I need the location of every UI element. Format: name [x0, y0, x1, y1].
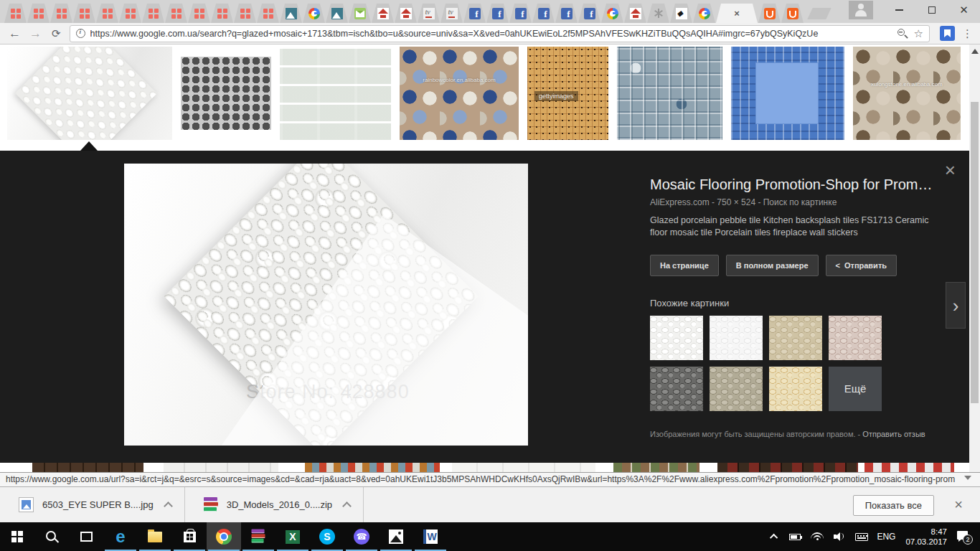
- scrollbar-thumb[interactable]: [971, 102, 979, 403]
- tab-red-site-8[interactable]: [165, 4, 187, 23]
- preview-main-image[interactable]: Store No: 428880: [124, 164, 528, 446]
- page-scrollbar[interactable]: [969, 44, 980, 472]
- taskbar-winrar[interactable]: [241, 522, 275, 551]
- tab-red-site-11[interactable]: [234, 4, 256, 23]
- related-image-pink-stones[interactable]: [829, 316, 882, 360]
- tab-red-site-12[interactable]: [257, 4, 279, 23]
- partial-thumbnail[interactable]: [717, 463, 858, 472]
- chevron-up-icon[interactable]: [164, 501, 173, 511]
- close-window-button[interactable]: ✕: [948, 0, 980, 20]
- result-thumbnail-tan-mosaic[interactable]: gettyimages: [527, 47, 608, 140]
- clock[interactable]: 8:47 07.03.2017: [905, 527, 947, 547]
- partial-thumbnail[interactable]: [32, 463, 143, 472]
- visit-page-button[interactable]: На странице: [650, 255, 719, 276]
- related-image-dark-stones[interactable]: [650, 367, 703, 411]
- url-text[interactable]: https://www.google.com.ua/search?q=glaze…: [90, 29, 897, 39]
- tab-google-3[interactable]: [693, 4, 715, 23]
- show-all-downloads-button[interactable]: Показать все: [853, 495, 934, 516]
- taskbar-viber[interactable]: ☎: [344, 522, 379, 551]
- taskbar-file-explorer[interactable]: [138, 522, 172, 551]
- maximize-button[interactable]: [915, 0, 948, 20]
- related-image-white-pebble[interactable]: [650, 316, 703, 360]
- tab-red-site-9[interactable]: [188, 4, 210, 23]
- tab-tv-site-1[interactable]: [418, 4, 440, 23]
- partial-thumbnail[interactable]: [164, 463, 278, 472]
- tab-aliexpress-2[interactable]: [781, 4, 804, 23]
- result-thumbnail-white-pebble-selected[interactable]: [7, 47, 172, 140]
- tab-red-site-1[interactable]: [4, 4, 27, 23]
- volume-icon[interactable]: [834, 532, 845, 541]
- bookmark-star-icon[interactable]: ☆: [914, 27, 923, 40]
- partial-thumbnail[interactable]: [452, 463, 595, 472]
- result-thumbnail-penny-round[interactable]: [181, 47, 271, 140]
- related-image-cream-pebble[interactable]: [769, 367, 822, 411]
- download-item-jpg[interactable]: 6503_EYE SUPER B....jpg: [0, 487, 184, 522]
- tab-aliexpress-1[interactable]: [758, 4, 781, 23]
- taskbar-search-button[interactable]: [34, 522, 69, 551]
- tab-google-2[interactable]: [601, 4, 623, 23]
- tab-red-site-6[interactable]: [119, 4, 141, 23]
- send-feedback-link[interactable]: Отправить отзыв: [862, 430, 925, 438]
- download-item-zip[interactable]: 3D_Models_2016_0....zip: [185, 487, 363, 522]
- related-image-gray-pebble[interactable]: [710, 367, 763, 411]
- download-filename[interactable]: 6503_EYE SUPER B....jpg: [42, 499, 154, 510]
- start-button[interactable]: [0, 522, 34, 551]
- wifi-icon[interactable]: [811, 532, 824, 541]
- taskbar-store[interactable]: [172, 522, 207, 551]
- tab-red-site-7[interactable]: [142, 4, 164, 23]
- tray-expand-chevron-icon[interactable]: [770, 534, 778, 542]
- keyboard-icon[interactable]: [855, 533, 868, 541]
- tab-google-1[interactable]: [303, 4, 325, 23]
- task-view-button[interactable]: [69, 522, 103, 551]
- tab-mail-site[interactable]: [349, 4, 371, 23]
- scroll-up-icon[interactable]: [971, 49, 979, 54]
- tab-facebook-2[interactable]: [486, 4, 509, 23]
- tab-red-site-5[interactable]: [96, 4, 118, 23]
- tab-house-site-3[interactable]: [624, 4, 646, 23]
- download-filename[interactable]: 3D_Models_2016_0....zip: [227, 499, 332, 510]
- address-bar[interactable]: https://www.google.com.ua/search?q=glaze…: [70, 25, 930, 42]
- preview-close-icon[interactable]: ×: [945, 161, 956, 179]
- browser-menu-button[interactable]: ⋮: [962, 27, 973, 40]
- tab-red-site-10[interactable]: [211, 4, 233, 23]
- tab-snowflake-site[interactable]: [647, 4, 669, 23]
- related-image-beige-pebble[interactable]: [769, 316, 822, 360]
- tab-facebook-4[interactable]: [532, 4, 555, 23]
- taskbar-photos[interactable]: [379, 522, 413, 551]
- language-indicator[interactable]: ENG: [877, 532, 895, 542]
- back-button[interactable]: ←: [9, 27, 21, 41]
- tab-house-site-1[interactable]: [372, 4, 394, 23]
- forward-button[interactable]: →: [29, 27, 42, 41]
- taskbar-edge[interactable]: e: [103, 522, 138, 551]
- tab-close-icon[interactable]: ×: [734, 8, 740, 19]
- tab-photo-site-2[interactable]: [326, 4, 348, 23]
- taskbar-excel[interactable]: X: [275, 522, 310, 551]
- result-thumbnail-glass-subway[interactable]: [280, 47, 391, 140]
- tab-facebook-3[interactable]: [509, 4, 532, 23]
- tab-facebook-5[interactable]: [555, 4, 578, 23]
- chevron-up-icon[interactable]: [342, 501, 352, 511]
- download-shelf-close-icon[interactable]: ×: [954, 496, 963, 513]
- partial-thumbnail[interactable]: [305, 463, 440, 472]
- minimize-button[interactable]: [883, 0, 915, 20]
- battery-icon[interactable]: [789, 534, 801, 540]
- tab-red-site-3[interactable]: [50, 4, 72, 23]
- new-tab-button[interactable]: [807, 8, 831, 19]
- tab-active-google-images[interactable]: ×: [716, 4, 758, 23]
- result-thumbnail-blue-gray-squares[interactable]: [617, 47, 722, 140]
- tab-red-site-2[interactable]: [27, 4, 50, 23]
- tab-facebook-6[interactable]: [578, 4, 600, 23]
- taskbar-chrome-active[interactable]: [207, 522, 241, 551]
- tab-photo-site-1[interactable]: [280, 4, 302, 23]
- result-thumbnail-mosaic-mirror[interactable]: [731, 47, 844, 140]
- tab-red-site-4[interactable]: [73, 4, 95, 23]
- tab-diamond-site[interactable]: [670, 4, 692, 23]
- zoom-out-icon[interactable]: [897, 28, 908, 39]
- tab-tv-site-2[interactable]: [440, 4, 463, 23]
- related-images-more-tile[interactable]: Ещё: [829, 367, 882, 411]
- result-thumbnail-brown-arabesque[interactable]: xulongstone.en.alibaba.com: [853, 47, 961, 140]
- result-thumbnail-blue-arabesque[interactable]: rainbowcolor.en.alibaba.com: [400, 47, 519, 140]
- profile-avatar-button[interactable]: [849, 1, 873, 19]
- reload-button[interactable]: ⟳: [52, 27, 61, 40]
- tab-house-site-2[interactable]: [395, 4, 417, 23]
